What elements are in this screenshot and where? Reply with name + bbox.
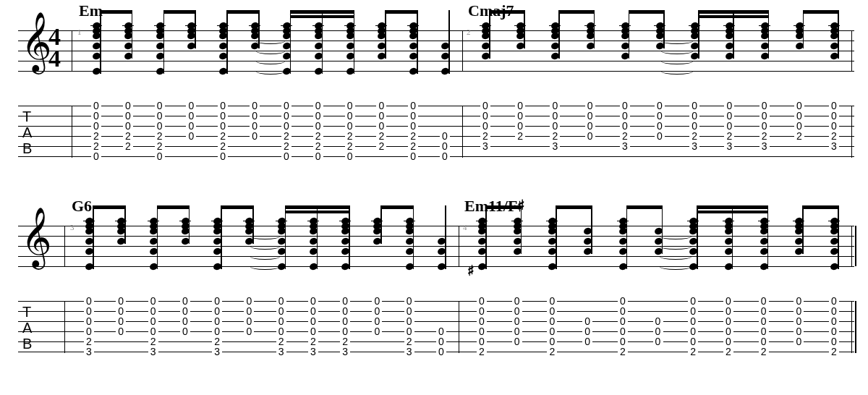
- note-stem: [591, 205, 592, 254]
- note-stem: [93, 205, 94, 269]
- fret-number: 2: [547, 346, 557, 357]
- note-stem: [521, 205, 522, 254]
- fret-number: 2: [723, 346, 733, 357]
- fret-number: 2: [477, 346, 487, 357]
- beam: [803, 10, 838, 14]
- fret-number: 3: [620, 140, 630, 152]
- note-stem: [803, 10, 804, 48]
- fret-number: 0: [244, 326, 254, 337]
- fret-number: 0: [313, 150, 323, 162]
- note-stem: [195, 10, 196, 48]
- tablature-page: 𝄞44TABEm10002200002200022000000002200000…: [0, 0, 868, 395]
- fret-number: 0: [218, 150, 228, 162]
- fret-number: 0: [582, 336, 592, 347]
- fret-number: 2: [515, 130, 525, 142]
- beam: [485, 205, 522, 209]
- note-stem: [485, 205, 487, 269]
- treble-clef: 𝄞: [21, 22, 52, 62]
- fret-number: 3: [276, 346, 286, 357]
- note-stem: [558, 10, 560, 59]
- beam: [221, 205, 253, 209]
- beam: [163, 10, 196, 14]
- fret-number: 0: [345, 150, 355, 162]
- beam: [290, 15, 354, 18]
- note-stem: [556, 205, 557, 269]
- fret-number: 0: [155, 150, 165, 162]
- fret-number: 2: [794, 130, 804, 142]
- note-stem: [317, 205, 318, 269]
- beam: [629, 10, 664, 14]
- fret-number: 3: [404, 346, 414, 357]
- beam: [385, 10, 417, 14]
- fret-number: 2: [123, 140, 133, 152]
- note-stem: [838, 10, 839, 59]
- beam: [100, 10, 132, 14]
- beam: [489, 10, 524, 14]
- note-stem: [132, 10, 133, 59]
- fret-number: 2: [618, 346, 628, 357]
- fret-number: 0: [653, 336, 663, 347]
- note-stem: [594, 10, 595, 48]
- note-stem: [290, 10, 292, 74]
- note-stem: [524, 10, 525, 48]
- fret-number: 0: [408, 150, 418, 162]
- note-stem: [732, 205, 733, 269]
- fret-number: 3: [340, 346, 350, 357]
- bar-number: 3: [70, 223, 75, 232]
- fret-number: 2: [829, 346, 839, 357]
- note-stem: [163, 10, 165, 74]
- note-stem: [285, 205, 286, 269]
- fret-number: 3: [550, 140, 560, 152]
- fret-number: 3: [148, 346, 158, 357]
- note-stem: [626, 205, 628, 269]
- chord-label: G6: [72, 197, 92, 216]
- beam: [93, 205, 125, 209]
- note-stem: [322, 10, 323, 74]
- note-stem: [157, 205, 158, 269]
- note-stem: [629, 10, 630, 59]
- fret-number: 0: [372, 326, 382, 337]
- beam: [290, 10, 354, 14]
- note-stem: [489, 10, 490, 59]
- fret-number: 3: [829, 140, 839, 152]
- note-stem: [417, 10, 418, 74]
- time-signature: 44: [48, 26, 61, 69]
- beam: [556, 205, 592, 209]
- fret-number: 3: [212, 346, 222, 357]
- bar-number: 4: [463, 223, 467, 232]
- note-stem: [221, 205, 222, 269]
- fret-number: 2: [759, 346, 769, 357]
- fret-number: 3: [724, 140, 734, 152]
- fret-number: 3: [760, 140, 770, 152]
- note-stem: [838, 205, 839, 269]
- beam: [802, 205, 838, 209]
- beam: [697, 205, 767, 209]
- fret-number: 2: [376, 140, 386, 152]
- fret-number: 0: [440, 150, 450, 162]
- beam: [285, 205, 350, 209]
- note-stem: [413, 205, 414, 269]
- treble-clef: 𝄞: [21, 217, 52, 258]
- tab-label: TAB: [22, 304, 33, 352]
- fret-number: 3: [308, 346, 318, 357]
- beam: [285, 211, 350, 213]
- beam: [697, 211, 767, 213]
- note-stem: [354, 10, 355, 74]
- beam: [226, 10, 259, 14]
- fret-number: 0: [436, 346, 446, 357]
- note-stem: [448, 10, 450, 74]
- note-stem: [767, 205, 769, 269]
- beam: [698, 10, 768, 14]
- fret-number: 0: [116, 326, 126, 337]
- time-sig-denominator: 4: [48, 48, 61, 69]
- note-stem: [380, 205, 382, 244]
- fret-number: 3: [84, 346, 94, 357]
- note-stem: [697, 205, 698, 269]
- fret-number: 0: [180, 326, 190, 337]
- beam: [698, 15, 768, 18]
- beam: [626, 205, 663, 209]
- fret-number: 0: [655, 130, 665, 142]
- sharp-icon: ♯: [467, 262, 475, 279]
- note-stem: [100, 10, 101, 74]
- tab-label: TAB: [22, 109, 33, 156]
